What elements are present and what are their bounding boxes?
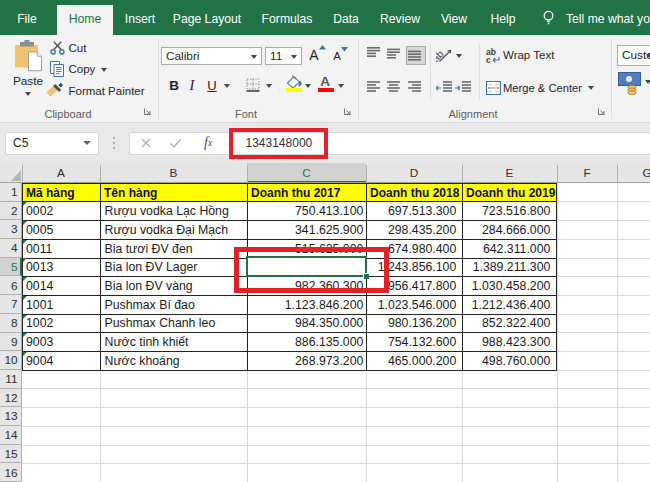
svg-text:c: c — [486, 55, 491, 64]
